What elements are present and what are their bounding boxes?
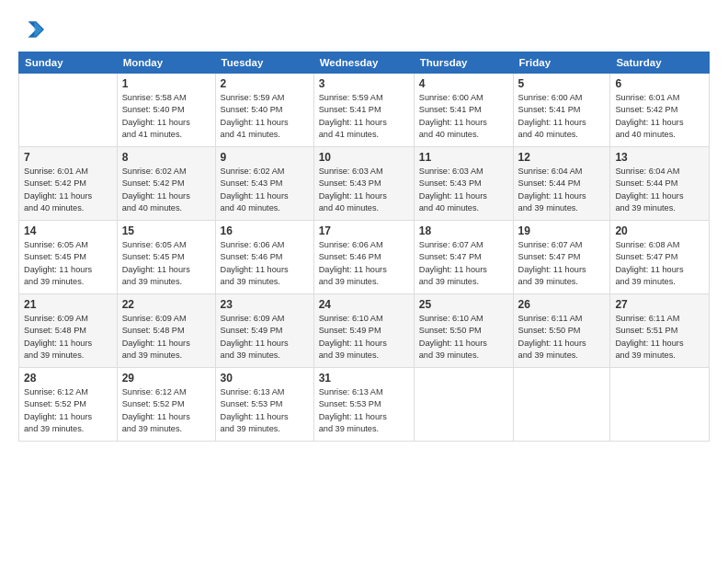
day-number: 29 <box>122 372 210 385</box>
day-info: Sunrise: 6:07 AM Sunset: 5:47 PM Dayligh… <box>518 239 606 288</box>
day-number: 13 <box>615 151 704 164</box>
calendar-cell: 7Sunrise: 6:01 AM Sunset: 5:42 PM Daylig… <box>19 147 118 221</box>
calendar-cell: 1Sunrise: 5:58 AM Sunset: 5:40 PM Daylig… <box>117 74 215 147</box>
calendar-cell: 4Sunrise: 6:00 AM Sunset: 5:41 PM Daylig… <box>414 74 513 147</box>
calendar-cell: 25Sunrise: 6:10 AM Sunset: 5:50 PM Dayli… <box>414 294 513 368</box>
day-number: 22 <box>122 298 210 311</box>
day-info: Sunrise: 6:10 AM Sunset: 5:49 PM Dayligh… <box>319 313 409 362</box>
calendar-cell: 9Sunrise: 6:02 AM Sunset: 5:43 PM Daylig… <box>215 147 313 221</box>
calendar-table: SundayMondayTuesdayWednesdayThursdayFrid… <box>18 52 710 442</box>
day-info: Sunrise: 6:12 AM Sunset: 5:52 PM Dayligh… <box>122 386 210 435</box>
day-info: Sunrise: 5:59 AM Sunset: 5:41 PM Dayligh… <box>319 92 409 141</box>
day-number: 6 <box>615 77 704 90</box>
day-number: 8 <box>122 151 210 164</box>
calendar-cell: 31Sunrise: 6:13 AM Sunset: 5:53 PM Dayli… <box>313 368 414 442</box>
weekday-header: Wednesday <box>313 52 414 74</box>
day-info: Sunrise: 6:06 AM Sunset: 5:46 PM Dayligh… <box>319 239 409 288</box>
day-number: 12 <box>518 151 606 164</box>
calendar-week-row: 1Sunrise: 5:58 AM Sunset: 5:40 PM Daylig… <box>19 74 710 147</box>
day-info: Sunrise: 6:04 AM Sunset: 5:44 PM Dayligh… <box>518 166 606 214</box>
calendar-week-row: 21Sunrise: 6:09 AM Sunset: 5:48 PM Dayli… <box>19 294 710 368</box>
day-number: 16 <box>221 224 309 237</box>
logo-icon <box>18 17 44 42</box>
day-number: 28 <box>24 372 112 385</box>
day-info: Sunrise: 6:04 AM Sunset: 5:44 PM Dayligh… <box>615 166 704 214</box>
weekday-header: Tuesday <box>215 52 313 74</box>
day-number: 21 <box>24 298 112 311</box>
weekday-header: Monday <box>117 52 215 74</box>
calendar-cell: 6Sunrise: 6:01 AM Sunset: 5:42 PM Daylig… <box>610 74 710 147</box>
day-info: Sunrise: 6:05 AM Sunset: 5:45 PM Dayligh… <box>24 239 112 288</box>
calendar-cell: 30Sunrise: 6:13 AM Sunset: 5:53 PM Dayli… <box>215 368 313 442</box>
day-info: Sunrise: 6:06 AM Sunset: 5:46 PM Dayligh… <box>221 239 309 288</box>
day-info: Sunrise: 6:07 AM Sunset: 5:47 PM Dayligh… <box>419 239 508 288</box>
day-info: Sunrise: 6:09 AM Sunset: 5:49 PM Dayligh… <box>221 313 309 362</box>
day-info: Sunrise: 6:00 AM Sunset: 5:41 PM Dayligh… <box>518 92 606 141</box>
calendar-week-row: 7Sunrise: 6:01 AM Sunset: 5:42 PM Daylig… <box>19 147 710 221</box>
calendar-cell: 13Sunrise: 6:04 AM Sunset: 5:44 PM Dayli… <box>610 147 710 221</box>
calendar-week-row: 28Sunrise: 6:12 AM Sunset: 5:52 PM Dayli… <box>19 368 710 442</box>
weekday-header: Friday <box>513 52 610 74</box>
day-number: 27 <box>615 298 704 311</box>
calendar-header-row: SundayMondayTuesdayWednesdayThursdayFrid… <box>19 52 710 74</box>
calendar-cell: 8Sunrise: 6:02 AM Sunset: 5:42 PM Daylig… <box>117 147 215 221</box>
day-number: 3 <box>319 77 409 90</box>
day-number: 20 <box>615 224 704 237</box>
weekday-header: Sunday <box>19 52 118 74</box>
page: SundayMondayTuesdayWednesdayThursdayFrid… <box>0 0 728 563</box>
day-info: Sunrise: 6:03 AM Sunset: 5:43 PM Dayligh… <box>319 166 409 214</box>
day-info: Sunrise: 6:01 AM Sunset: 5:42 PM Dayligh… <box>24 166 112 214</box>
calendar-cell <box>414 368 513 442</box>
calendar-cell: 11Sunrise: 6:03 AM Sunset: 5:43 PM Dayli… <box>414 147 513 221</box>
calendar-cell <box>513 368 610 442</box>
calendar-cell: 27Sunrise: 6:11 AM Sunset: 5:51 PM Dayli… <box>610 294 710 368</box>
day-info: Sunrise: 6:00 AM Sunset: 5:41 PM Dayligh… <box>419 92 508 141</box>
day-number: 30 <box>221 372 309 385</box>
day-info: Sunrise: 6:03 AM Sunset: 5:43 PM Dayligh… <box>419 166 508 214</box>
calendar-cell: 20Sunrise: 6:08 AM Sunset: 5:47 PM Dayli… <box>610 221 710 294</box>
day-number: 25 <box>419 298 508 311</box>
day-info: Sunrise: 5:58 AM Sunset: 5:40 PM Dayligh… <box>122 92 210 141</box>
day-info: Sunrise: 6:10 AM Sunset: 5:50 PM Dayligh… <box>419 313 508 362</box>
day-number: 17 <box>319 224 409 237</box>
day-info: Sunrise: 6:05 AM Sunset: 5:45 PM Dayligh… <box>122 239 210 288</box>
day-info: Sunrise: 6:02 AM Sunset: 5:43 PM Dayligh… <box>221 166 309 214</box>
day-info: Sunrise: 6:12 AM Sunset: 5:52 PM Dayligh… <box>24 386 112 435</box>
day-number: 10 <box>319 151 409 164</box>
day-number: 4 <box>419 77 508 90</box>
calendar-cell: 24Sunrise: 6:10 AM Sunset: 5:49 PM Dayli… <box>313 294 414 368</box>
day-info: Sunrise: 6:01 AM Sunset: 5:42 PM Dayligh… <box>615 92 704 141</box>
day-info: Sunrise: 6:11 AM Sunset: 5:50 PM Dayligh… <box>518 313 606 362</box>
calendar-cell: 12Sunrise: 6:04 AM Sunset: 5:44 PM Dayli… <box>513 147 610 221</box>
day-info: Sunrise: 6:13 AM Sunset: 5:53 PM Dayligh… <box>319 386 409 435</box>
day-info: Sunrise: 6:09 AM Sunset: 5:48 PM Dayligh… <box>24 313 112 362</box>
calendar-week-row: 14Sunrise: 6:05 AM Sunset: 5:45 PM Dayli… <box>19 221 710 294</box>
day-info: Sunrise: 6:02 AM Sunset: 5:42 PM Dayligh… <box>122 166 210 214</box>
day-info: Sunrise: 5:59 AM Sunset: 5:40 PM Dayligh… <box>221 92 309 141</box>
calendar-cell: 21Sunrise: 6:09 AM Sunset: 5:48 PM Dayli… <box>19 294 118 368</box>
day-number: 1 <box>122 77 210 90</box>
calendar-cell: 15Sunrise: 6:05 AM Sunset: 5:45 PM Dayli… <box>117 221 215 294</box>
header <box>18 17 710 42</box>
day-info: Sunrise: 6:09 AM Sunset: 5:48 PM Dayligh… <box>122 313 210 362</box>
day-number: 19 <box>518 224 606 237</box>
day-number: 11 <box>419 151 508 164</box>
calendar-cell: 28Sunrise: 6:12 AM Sunset: 5:52 PM Dayli… <box>19 368 118 442</box>
day-number: 24 <box>319 298 409 311</box>
calendar-cell: 3Sunrise: 5:59 AM Sunset: 5:41 PM Daylig… <box>313 74 414 147</box>
calendar-cell: 2Sunrise: 5:59 AM Sunset: 5:40 PM Daylig… <box>215 74 313 147</box>
calendar-cell: 23Sunrise: 6:09 AM Sunset: 5:49 PM Dayli… <box>215 294 313 368</box>
day-number: 23 <box>221 298 309 311</box>
calendar-cell: 10Sunrise: 6:03 AM Sunset: 5:43 PM Dayli… <box>313 147 414 221</box>
calendar-cell: 14Sunrise: 6:05 AM Sunset: 5:45 PM Dayli… <box>19 221 118 294</box>
weekday-header: Saturday <box>610 52 710 74</box>
day-number: 15 <box>122 224 210 237</box>
logo <box>18 17 48 42</box>
calendar-cell: 18Sunrise: 6:07 AM Sunset: 5:47 PM Dayli… <box>414 221 513 294</box>
calendar-cell: 26Sunrise: 6:11 AM Sunset: 5:50 PM Dayli… <box>513 294 610 368</box>
day-info: Sunrise: 6:08 AM Sunset: 5:47 PM Dayligh… <box>615 239 704 288</box>
day-number: 9 <box>221 151 309 164</box>
day-number: 7 <box>24 151 112 164</box>
calendar-cell: 22Sunrise: 6:09 AM Sunset: 5:48 PM Dayli… <box>117 294 215 368</box>
calendar-cell: 29Sunrise: 6:12 AM Sunset: 5:52 PM Dayli… <box>117 368 215 442</box>
